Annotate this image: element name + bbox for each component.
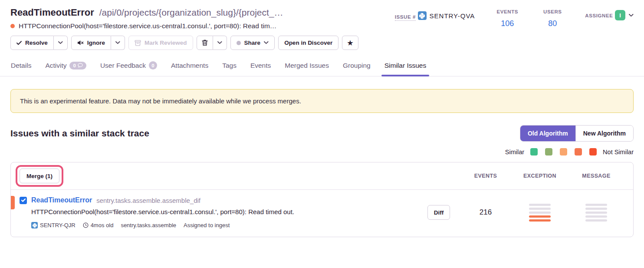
issue-detail-page: ReadTimeoutError /api/0/projects/{organi… xyxy=(0,0,644,237)
legend-swatches xyxy=(530,148,597,156)
similar-issue-culprit: sentry.tasks.assemble.assemble_dif xyxy=(96,197,200,204)
bookmark-button[interactable]: ★ xyxy=(342,36,358,50)
assignee-label: ASSIGNEE xyxy=(585,13,613,18)
diff-button[interactable]: Diff xyxy=(427,205,450,220)
similar-issue-metrics: Diff 216 xyxy=(418,204,624,222)
resolve-button[interactable]: Resolve xyxy=(10,36,54,50)
error-level-dot xyxy=(10,24,15,28)
legend-swatch xyxy=(545,148,552,156)
similar-issues-panel-header: Merge (1) EVENTS EXCEPTION MESSAGE xyxy=(11,162,633,189)
legend-swatch xyxy=(530,148,538,156)
issue-stats: ISSUE # SENTRY-QVA EVENTS 106 USERS 80 A… xyxy=(395,7,634,28)
error-level-bar xyxy=(11,196,15,209)
similarity-bar xyxy=(585,219,607,222)
similarity-legend: Similar Not Similar xyxy=(10,148,634,156)
assignee-selector[interactable]: I xyxy=(615,10,634,20)
merge-button[interactable]: Merge (1) xyxy=(20,169,59,183)
similar-issues-section-header: Issues with a similar stack trace Old Al… xyxy=(10,125,634,142)
stat-events: EVENTS 106 xyxy=(495,7,520,28)
issue-title: ReadTimeoutError xyxy=(10,7,94,18)
exception-column-header: EXCEPTION xyxy=(512,173,568,179)
chevron-down-icon xyxy=(629,14,634,17)
tab-details[interactable]: Details xyxy=(10,59,32,76)
ignore-button[interactable]: Ignore xyxy=(71,36,111,50)
python-platform-icon xyxy=(31,222,38,228)
chevron-down-icon xyxy=(264,41,269,44)
chevron-down-icon xyxy=(115,41,120,44)
ignore-dropdown-button[interactable] xyxy=(111,36,125,50)
similar-issue-title-link[interactable]: ReadTimeoutError xyxy=(31,196,92,204)
stat-issue-number: ISSUE # SENTRY-QVA xyxy=(395,7,475,28)
issue-transaction-path: /api/0/projects/{organization_slug}/{pro… xyxy=(99,7,283,18)
trash-icon xyxy=(202,40,208,46)
issue-action-toolbar: Resolve Ignore Mar xyxy=(10,36,634,50)
users-count[interactable]: 80 xyxy=(540,19,565,28)
check-icon xyxy=(16,41,22,45)
similarity-bar xyxy=(585,212,607,214)
legend-swatch xyxy=(560,148,567,156)
python-platform-icon xyxy=(418,11,427,20)
delete-dropdown-button[interactable] xyxy=(213,36,227,50)
similar-issue-meta: SENTRY-QJR 4mos old sentry.tasks.assembl… xyxy=(31,222,418,228)
similarity-bar xyxy=(529,212,551,214)
chevron-down-icon xyxy=(58,41,63,44)
mute-icon xyxy=(77,40,84,46)
activity-count-badge: 0 xyxy=(69,62,86,69)
legend-not-similar-label: Not Similar xyxy=(603,149,634,156)
tab-tags[interactable]: Tags xyxy=(222,59,237,76)
star-icon: ★ xyxy=(347,40,353,46)
tab-events[interactable]: Events xyxy=(250,59,271,76)
open-in-discover-button[interactable]: Open in Discover xyxy=(278,36,338,50)
scope-item: sentry.tasks.assemble xyxy=(121,222,176,228)
issue-header-titles: ReadTimeoutError /api/0/projects/{organi… xyxy=(10,7,395,30)
ignore-button-group: Ignore xyxy=(71,36,125,50)
delete-button-group xyxy=(197,36,227,50)
similar-issue-summary: ReadTimeoutError sentry.tasks.assemble.a… xyxy=(20,196,418,228)
stat-users: USERS 80 xyxy=(540,7,565,28)
tab-user-feedback[interactable]: User Feedback 0 xyxy=(100,59,158,76)
share-status-dot-icon xyxy=(237,41,241,45)
assignee-avatar[interactable]: I xyxy=(615,10,625,20)
similarity-bar xyxy=(529,208,551,210)
similarity-bar xyxy=(585,215,607,218)
tab-grouping[interactable]: Grouping xyxy=(342,59,371,76)
row-checkbox[interactable] xyxy=(20,197,27,204)
similar-issues-panel: Merge (1) EVENTS EXCEPTION MESSAGE ReadT… xyxy=(10,162,634,237)
similar-issue-message: HTTPConnectionPool(host='filestore.servi… xyxy=(31,208,418,215)
mark-reviewed-button[interactable]: Mark Reviewed xyxy=(128,36,193,50)
issue-number-label: ISSUE # xyxy=(395,14,416,21)
similarity-bar-highlighted xyxy=(529,219,551,222)
tab-attachments[interactable]: Attachments xyxy=(171,59,209,76)
delete-button[interactable] xyxy=(197,36,213,50)
old-algorithm-button[interactable]: Old Algorithm xyxy=(520,126,575,141)
tab-activity[interactable]: Activity 0 xyxy=(45,59,87,76)
events-label: EVENTS xyxy=(497,9,519,14)
issue-short-id: SENTRY-QVA xyxy=(430,12,475,20)
row-events-count: 216 xyxy=(460,208,512,217)
issue-message: HTTPConnectionPool(host='filestore.servi… xyxy=(19,22,276,30)
algorithm-toggle: Old Algorithm New Algorithm xyxy=(520,125,634,142)
new-algorithm-button[interactable]: New Algorithm xyxy=(575,126,633,141)
resolve-dropdown-button[interactable] xyxy=(54,36,68,50)
similarity-bar xyxy=(529,204,551,206)
similarity-bar xyxy=(585,204,607,206)
tab-merged-issues[interactable]: Merged Issues xyxy=(284,59,329,76)
message-similarity-bars xyxy=(568,204,624,222)
experimental-feature-banner: This is an experimental feature. Data ma… xyxy=(10,89,634,113)
legend-swatch xyxy=(589,148,597,156)
legend-similar-label: Similar xyxy=(505,149,524,156)
user-feedback-count-badge: 0 xyxy=(149,61,157,69)
users-label: USERS xyxy=(543,9,562,14)
banner-text: This is an experimental feature. Data ma… xyxy=(20,97,301,105)
events-count[interactable]: 106 xyxy=(495,19,520,28)
section-heading: Issues with a similar stack trace xyxy=(10,128,149,139)
age-item: 4mos old xyxy=(83,222,114,228)
similarity-bar-highlighted xyxy=(529,215,551,218)
column-headers: EVENTS EXCEPTION MESSAGE xyxy=(460,173,624,179)
stat-assignee: ASSIGNEE I xyxy=(585,7,634,28)
resolve-button-group: Resolve xyxy=(10,36,68,50)
tab-similar-issues[interactable]: Similar Issues xyxy=(384,59,427,76)
share-button[interactable]: Share xyxy=(230,36,275,50)
short-id-item: SENTRY-QJR xyxy=(31,222,76,228)
archive-icon xyxy=(135,40,141,46)
